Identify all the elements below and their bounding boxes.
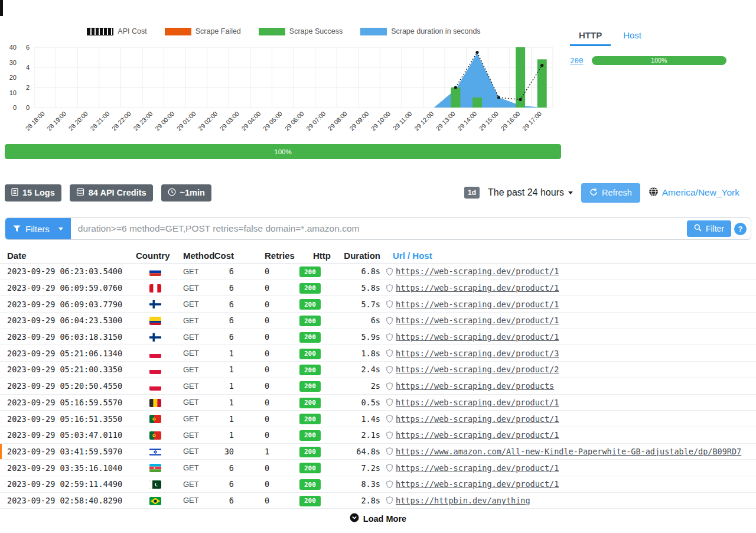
legend-item[interactable]: Scrape duration in seconds [360, 27, 480, 35]
filters-dropdown-button[interactable]: Filters [5, 218, 71, 239]
range-badge: 1d [464, 187, 480, 199]
shield-icon [386, 447, 393, 455]
log-url-cell: https://web-scraping.dev/product/1 [385, 398, 756, 407]
log-url-link[interactable]: https://web-scraping.dev/product/1 [396, 266, 559, 276]
log-url-link[interactable]: https://web-scraping.dev/product/2 [396, 365, 559, 374]
log-http-cell: 200 [298, 347, 337, 359]
http-status-badge: 200 [299, 414, 321, 424]
http-status-badge: 200 [299, 332, 321, 343]
time-range-select[interactable]: The past 24 hours [488, 187, 573, 198]
shield-icon [386, 382, 393, 390]
legend-label: Scrape Failed [195, 27, 241, 35]
log-cost: 6 [213, 496, 254, 505]
table-row[interactable]: 2023-09-29 06:09:03.7790GET602005.7shttp… [0, 296, 756, 313]
log-http-cell: 200 [298, 462, 337, 474]
help-button[interactable]: ? [734, 223, 747, 235]
country-flag-icon-be [136, 397, 175, 408]
status-panel-tabs: HTTP Host [570, 26, 751, 46]
clock-icon [168, 188, 176, 198]
log-url-link[interactable]: https://web-scraping.dev/product/1 [396, 414, 559, 424]
log-http-cell: 200 [298, 479, 337, 490]
log-url-link[interactable]: https://web-scraping.dev/products [396, 381, 554, 391]
log-retries: 0 [254, 316, 298, 325]
tab-host[interactable]: Host [614, 26, 650, 46]
log-duration: 1.4s [337, 414, 385, 424]
log-url-link[interactable]: https://web-scraping.dev/product/1 [396, 479, 559, 489]
table-row[interactable]: 2023-09-29 03:35:16.1040GET602007.2shttp… [0, 460, 756, 476]
range-controls: 1d The past 24 hours Refresh America/New… [464, 183, 739, 203]
http-code-bar: 100% [592, 56, 726, 65]
load-more-button[interactable]: Load More [350, 513, 406, 524]
shield-icon [386, 398, 393, 406]
svg-text:28 19:00: 28 19:00 [45, 110, 67, 132]
log-url-link[interactable]: https://web-scraping.dev/product/1 [396, 398, 559, 407]
http-code-link[interactable]: 200 [570, 56, 584, 65]
country-flag-icon-pl [136, 381, 175, 391]
column-header-country: Country [136, 251, 175, 261]
log-url-cell: https://web-scraping.dev/product/1 [385, 283, 756, 292]
chevron-down-icon [58, 228, 63, 230]
filter-bar: Filters Filter ? [5, 217, 751, 240]
table-row[interactable]: 2023-09-29 05:03:47.0110GET102002.1shttp… [0, 427, 756, 444]
log-duration: 7.2s [337, 463, 385, 473]
table-row[interactable]: 2023-09-29 06:09:59.0760GET602005.8shttp… [0, 280, 756, 297]
table-row[interactable]: 2023-09-29 06:04:23.5300GET602006shttps:… [0, 313, 756, 329]
log-url-link[interactable]: https://web-scraping.dev/product/1 [396, 300, 559, 309]
log-http-cell: 200 [298, 446, 337, 457]
log-cost: 1 [213, 414, 254, 424]
log-url-link[interactable]: https://web-scraping.dev/product/1 [396, 332, 559, 342]
svg-text:0: 0 [13, 104, 17, 111]
legend-item[interactable]: Scrape Success [259, 27, 343, 35]
table-row[interactable]: 2023-09-29 02:58:40.8290GET602002.8shttp… [0, 493, 756, 509]
tab-http[interactable]: HTTP [570, 26, 611, 46]
svg-text:10: 10 [9, 89, 17, 96]
table-row[interactable]: 2023-09-29 06:03:18.3150GET602005.9shttp… [0, 329, 756, 346]
log-method: GET [175, 496, 213, 505]
column-header-duration: Duration [337, 251, 385, 261]
legend-swatch [87, 28, 113, 35]
table-row[interactable]: 2023-09-29 05:21:00.3350GET102002.4shttp… [0, 362, 756, 378]
shield-icon [386, 284, 393, 292]
table-row[interactable]: 2023-09-29 05:16:51.3550GET102001.4shttp… [0, 411, 756, 427]
table-row[interactable]: 2023-09-29 05:20:50.4550GET102002shttps:… [0, 378, 756, 395]
column-header-date: Date [0, 251, 136, 261]
refresh-button[interactable]: Refresh [581, 183, 640, 203]
log-http-cell: 200 [298, 413, 337, 425]
legend-item[interactable]: API Cost [87, 27, 146, 35]
log-url-link[interactable]: https://www.amazon.com/All-new-Kindle-Pa… [396, 447, 741, 456]
http-status-badge: 200 [299, 398, 321, 408]
load-more-row: Load More [0, 513, 756, 524]
column-header-url[interactable]: Url / Host [385, 251, 756, 261]
table-row[interactable]: 2023-09-29 02:59:11.4490GET602008.3shttp… [0, 476, 756, 493]
log-url-link[interactable]: https://web-scraping.dev/product/1 [396, 463, 559, 473]
table-row[interactable]: 2023-09-29 03:41:59.5970GET30120064.8sht… [0, 444, 756, 460]
log-date: 2023-09-29 05:03:47.0110 [0, 430, 136, 440]
timezone-link[interactable]: America/New_York [649, 187, 739, 199]
log-retries: 0 [254, 479, 298, 489]
shield-icon [386, 317, 393, 324]
search-icon [694, 224, 702, 233]
log-url-link[interactable]: https://web-scraping.dev/product/1 [396, 283, 559, 292]
svg-text:2: 2 [26, 84, 30, 91]
svg-text:29 17:00: 29 17:00 [521, 110, 543, 132]
log-url-link[interactable]: https://web-scraping.dev/product/3 [396, 349, 559, 358]
log-cost: 6 [213, 266, 254, 276]
log-date: 2023-09-29 05:21:06.1340 [0, 349, 136, 358]
svg-text:29 03:00: 29 03:00 [219, 110, 240, 132]
log-url-cell: https://www.amazon.com/All-new-Kindle-Pa… [385, 447, 756, 456]
table-row[interactable]: 2023-09-29 05:21:06.1340GET102001.8shttp… [0, 345, 756, 362]
log-url-link[interactable]: https://web-scraping.dev/product/1 [396, 430, 559, 440]
svg-text:29 02:00: 29 02:00 [197, 110, 219, 132]
apply-filter-button[interactable]: Filter [687, 220, 731, 237]
scrape-chart: API CostScrape FailedScrape SuccessScrap… [5, 26, 563, 142]
log-url-link[interactable]: https://httpbin.dev/anything [396, 496, 530, 505]
legend-item[interactable]: Scrape Failed [165, 27, 241, 35]
filter-query-input[interactable] [71, 218, 687, 239]
table-row[interactable]: 2023-09-29 06:23:03.5400GET602006.8shttp… [0, 264, 756, 280]
log-url-link[interactable]: https://web-scraping.dev/product/1 [396, 316, 559, 325]
log-cost: 30 [213, 447, 254, 456]
log-retries: 0 [254, 398, 298, 407]
table-row[interactable]: 2023-09-29 05:16:59.5570GET102000.5shttp… [0, 395, 756, 411]
svg-text:29 13:00: 29 13:00 [434, 110, 456, 132]
country-flag-icon-pt [136, 414, 175, 424]
